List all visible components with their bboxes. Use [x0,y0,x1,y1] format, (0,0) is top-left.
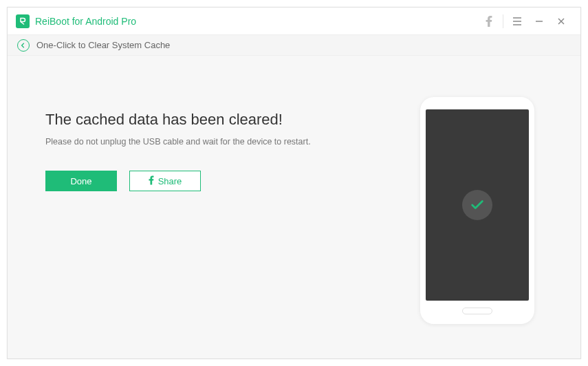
success-heading: The cached data has been cleared! [45,111,374,129]
subheader: One-Click to Clear System Cache [8,35,580,56]
facebook-icon[interactable] [478,8,500,35]
done-button-label: Done [70,176,91,186]
subheader-title: One-Click to Clear System Cache [36,40,170,50]
phone-screen [426,109,529,301]
separator [503,14,503,28]
share-button[interactable]: Share [129,171,201,191]
app-logo-icon [16,14,30,28]
button-row: Done Share [45,171,374,191]
phone-home-button [462,308,492,314]
instruction-text: Please do not unplug the USB cable and w… [45,137,374,147]
titlebar: ReiBoot for Android Pro [8,8,580,35]
menu-icon[interactable] [506,8,528,35]
phone-illustration-panel [402,97,553,338]
phone-mockup [420,97,534,324]
close-button[interactable] [550,8,572,35]
checkmark-icon [462,190,492,220]
content-area: The cached data has been cleared! Please… [8,56,580,358]
share-button-label: Share [158,176,182,186]
minimize-button[interactable] [528,8,550,35]
app-window: ReiBoot for Android Pro [7,7,581,359]
app-title: ReiBoot for Android Pro [35,16,136,27]
facebook-icon [149,175,154,187]
message-panel: The cached data has been cleared! Please… [45,97,374,338]
back-button[interactable] [17,39,30,52]
done-button[interactable]: Done [45,171,117,191]
